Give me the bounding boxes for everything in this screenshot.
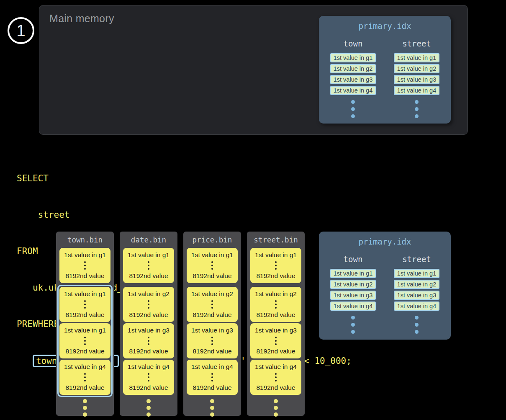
index-entry-chip: 1st value in g4 bbox=[394, 86, 440, 95]
index-column-header: town bbox=[344, 39, 363, 48]
bin-file-title: date.bin bbox=[120, 232, 177, 245]
ellipsis-dots-icon bbox=[351, 100, 355, 118]
index-column-header: street bbox=[402, 39, 431, 48]
granule-first-value: 1st value in g4 bbox=[191, 363, 233, 371]
ellipsis-dots-icon bbox=[415, 316, 419, 334]
index-entry-chip: 1st value in g3 bbox=[394, 291, 440, 300]
granule-last-value: 8192nd value bbox=[65, 272, 104, 280]
granules-group: 1st value in g2 8192nd value 1st value i… bbox=[248, 285, 303, 397]
main-memory-title: Main memory bbox=[49, 13, 114, 25]
granule-ellipsis-icon bbox=[148, 261, 149, 270]
granule-last-value: 8192nd value bbox=[256, 272, 295, 280]
granule-ellipsis-icon bbox=[148, 337, 149, 345]
granule-last-value: 8192nd value bbox=[129, 311, 168, 319]
granule-block: 1st value in g1 8192nd value bbox=[250, 248, 301, 283]
granule-ellipsis-icon bbox=[275, 300, 277, 309]
bin-file-title: street.bin bbox=[247, 232, 305, 245]
bin-file-panel-street: street.bin 1st value in g1 8192nd value … bbox=[247, 232, 305, 416]
granule-first-value: 1st value in g3 bbox=[128, 327, 170, 334]
granule-first-value: 1st value in g1 bbox=[128, 251, 170, 259]
more-granules-dots-icon bbox=[120, 399, 177, 417]
index-entry-chip: 1st value in g4 bbox=[330, 86, 376, 95]
bin-file-panel-price: price.bin 1st value in g1 8192nd value 1… bbox=[183, 232, 241, 416]
primary-index-title: primary.idx bbox=[319, 16, 451, 31]
granule-block: 1st value in g4 8192nd value bbox=[250, 360, 301, 395]
granules-group: 1st value in g2 8192nd value 1st value i… bbox=[121, 285, 176, 397]
selected-granules-box: 1st value in g1 8192nd value 1st value i… bbox=[57, 285, 113, 397]
ellipsis-dots-icon bbox=[351, 316, 355, 334]
sql-line: street bbox=[17, 209, 352, 221]
granule-block: 1st value in g4 8192nd value bbox=[59, 360, 110, 395]
granule-block: 1st value in g3 8192nd value bbox=[187, 323, 238, 358]
granule-ellipsis-icon bbox=[211, 261, 213, 270]
granule-last-value: 8192nd value bbox=[256, 384, 295, 392]
index-entry-chip: 1st value in g1 bbox=[330, 53, 376, 62]
sql-indent bbox=[17, 356, 33, 366]
granule-first-value: 1st value in g2 bbox=[191, 290, 233, 298]
index-entry-chip: 1st value in g3 bbox=[330, 75, 376, 84]
granule-block: 1st value in g1 8192nd value bbox=[187, 248, 238, 283]
bin-file-title: price.bin bbox=[183, 232, 241, 245]
granule-ellipsis-icon bbox=[211, 300, 213, 309]
index-entry-chip: 1st value in g3 bbox=[394, 75, 440, 84]
granule-ellipsis-icon bbox=[148, 373, 149, 381]
granule-first-value: 1st value in g4 bbox=[128, 363, 170, 371]
granule-first-value: 1st value in g1 bbox=[191, 251, 233, 259]
main-memory-panel: Main memory primary.idx town 1st value i… bbox=[39, 5, 468, 135]
granule-first-value: 1st value in g4 bbox=[64, 363, 106, 371]
index-column-street: street 1st value in g1 1st value in g2 1… bbox=[390, 255, 444, 334]
granule-first-value: 1st value in g1 bbox=[64, 290, 106, 298]
granule-ellipsis-icon bbox=[84, 337, 86, 345]
granule-ellipsis-icon bbox=[84, 261, 86, 270]
granule-first-value: 1st value in g2 bbox=[128, 290, 170, 298]
primary-index-title: primary.idx bbox=[319, 232, 451, 246]
granule-block: 1st value in g1 8192nd value bbox=[59, 248, 110, 283]
granule-block: 1st value in g1 8192nd value bbox=[123, 248, 174, 283]
granule-last-value: 8192nd value bbox=[129, 348, 168, 355]
granules-group: 1st value in g2 8192nd value 1st value i… bbox=[185, 285, 240, 397]
granule-first-value: 1st value in g1 bbox=[64, 327, 106, 334]
index-entry-chip: 1st value in g2 bbox=[394, 64, 440, 73]
granule-last-value: 8192nd value bbox=[193, 311, 231, 319]
index-column-street: street 1st value in g1 1st value in g2 1… bbox=[390, 39, 444, 118]
granule-first-value: 1st value in g3 bbox=[255, 327, 297, 334]
granule-block: 1st value in g4 8192nd value bbox=[123, 360, 174, 395]
primary-index-columns: town 1st value in g1 1st value in g2 1st… bbox=[319, 39, 451, 118]
index-column-town: town 1st value in g1 1st value in g2 1st… bbox=[326, 39, 380, 118]
index-entry-chip: 1st value in g3 bbox=[330, 291, 376, 300]
bin-file-title: town.bin bbox=[56, 232, 114, 245]
granule-last-value: 8192nd value bbox=[256, 311, 295, 319]
index-entry-chip: 1st value in g2 bbox=[394, 280, 440, 289]
granule-block: 1st value in g1 8192nd value bbox=[59, 323, 110, 358]
granule-block: 1st value in g4 8192nd value bbox=[187, 360, 238, 395]
granule-block: 1st value in g3 8192nd value bbox=[250, 323, 301, 358]
more-granules-dots-icon bbox=[56, 399, 114, 417]
granule-last-value: 8192nd value bbox=[65, 311, 104, 319]
granule-last-value: 8192nd value bbox=[65, 384, 104, 392]
more-granules-dots-icon bbox=[247, 399, 305, 417]
granule-first-value: 1st value in g1 bbox=[255, 251, 297, 259]
granule-first-value: 1st value in g2 bbox=[255, 290, 297, 298]
index-entry-chip: 1st value in g4 bbox=[394, 301, 440, 311]
index-column-header: town bbox=[344, 255, 363, 264]
index-entry-chip: 1st value in g2 bbox=[330, 64, 376, 73]
index-entry-chip: 1st value in g1 bbox=[394, 53, 440, 62]
granule-first-value: 1st value in g4 bbox=[255, 363, 297, 371]
granule-block: 1st value in g1 8192nd value bbox=[59, 287, 110, 322]
granule-first-value: 1st value in g3 bbox=[191, 327, 233, 334]
granule-ellipsis-icon bbox=[84, 373, 86, 381]
granule-last-value: 8192nd value bbox=[256, 348, 295, 355]
granule-ellipsis-icon bbox=[275, 337, 277, 345]
step-1-badge: 1 bbox=[8, 17, 34, 44]
ellipsis-dots-icon bbox=[415, 100, 419, 118]
granule-last-value: 8192nd value bbox=[193, 272, 231, 280]
granule-last-value: 8192nd value bbox=[65, 348, 104, 355]
diagram-canvas: 1 Main memory primary.idx town 1st value… bbox=[0, 0, 506, 420]
granule-block: 1st value in g2 8192nd value bbox=[123, 287, 174, 322]
granule-block: 1st value in g2 8192nd value bbox=[187, 287, 238, 322]
granule-last-value: 8192nd value bbox=[193, 348, 231, 355]
bin-file-panel-date: date.bin 1st value in g1 8192nd value 1s… bbox=[120, 232, 177, 416]
granule-last-value: 8192nd value bbox=[129, 384, 168, 392]
more-granules-dots-icon bbox=[183, 399, 241, 417]
sql-line: SELECT bbox=[17, 173, 352, 185]
